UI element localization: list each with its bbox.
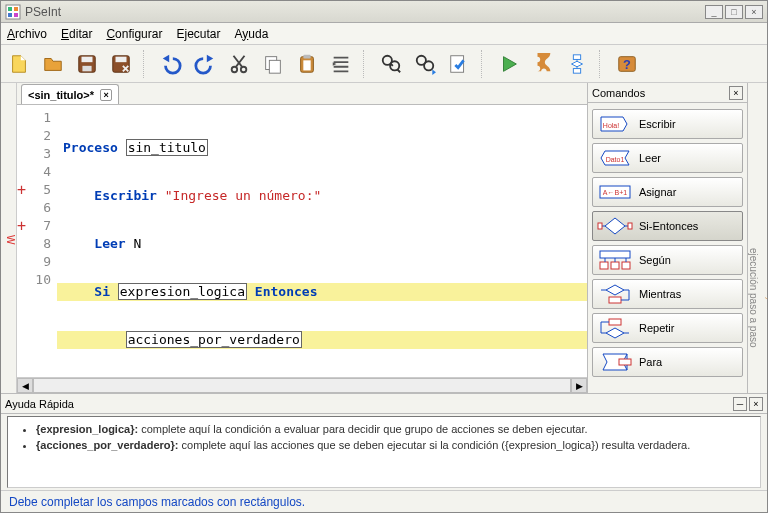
segun-icon bbox=[597, 249, 633, 271]
tab-close-button[interactable]: × bbox=[100, 89, 112, 101]
svg-rect-32 bbox=[600, 251, 630, 258]
leer-icon: Dato1 bbox=[597, 147, 633, 169]
condition-placeholder[interactable]: expresion_logica bbox=[118, 283, 247, 300]
true-actions-placeholder[interactable]: acciones_por_verdadero bbox=[126, 331, 302, 348]
horizontal-scrollbar[interactable]: ◀ ▶ bbox=[17, 377, 587, 393]
redo-button[interactable] bbox=[191, 50, 219, 78]
scroll-right-button[interactable]: ▶ bbox=[571, 378, 587, 393]
editor-tab[interactable]: <sin_titulo>* × bbox=[21, 84, 119, 104]
menu-configurar[interactable]: Configurar bbox=[106, 27, 162, 41]
asignar-icon: A←B+1 bbox=[597, 181, 633, 203]
indent-button[interactable] bbox=[327, 50, 355, 78]
svg-rect-23 bbox=[573, 68, 580, 73]
scroll-left-button[interactable]: ◀ bbox=[17, 378, 33, 393]
svg-point-20 bbox=[424, 61, 433, 70]
cmd-repetir[interactable]: Repetir bbox=[592, 313, 743, 343]
search-button[interactable] bbox=[377, 50, 405, 78]
cmd-leer[interactable]: Dato1Leer bbox=[592, 143, 743, 173]
svg-rect-13 bbox=[269, 60, 280, 73]
svg-rect-2 bbox=[14, 7, 18, 11]
maximize-button[interactable]: □ bbox=[725, 5, 743, 19]
cmd-escribir[interactable]: Hola!Escribir bbox=[592, 109, 743, 139]
svg-rect-37 bbox=[609, 319, 621, 325]
repetir-icon bbox=[597, 317, 633, 339]
step-exec-tab[interactable]: ejecución paso a paso bbox=[748, 248, 759, 348]
app-icon bbox=[5, 4, 21, 20]
step-button[interactable] bbox=[529, 50, 557, 78]
toolbar: ? bbox=[1, 45, 767, 83]
title-bar: PSeInt _ □ × bbox=[1, 1, 767, 23]
svg-rect-30 bbox=[598, 223, 602, 229]
svg-rect-34 bbox=[611, 262, 619, 269]
minimize-button[interactable]: _ bbox=[705, 5, 723, 19]
search-next-button[interactable] bbox=[411, 50, 439, 78]
para-icon bbox=[597, 351, 633, 373]
quick-help-body: {expresion_logica}: complete aquí la con… bbox=[7, 416, 761, 488]
fold-mark-icon[interactable]: + bbox=[17, 217, 26, 235]
open-file-button[interactable] bbox=[39, 50, 67, 78]
svg-rect-33 bbox=[600, 262, 608, 269]
close-window-button[interactable]: × bbox=[745, 5, 763, 19]
cut-button[interactable] bbox=[225, 50, 253, 78]
svg-point-40 bbox=[766, 298, 767, 299]
cmd-segun[interactable]: Según bbox=[592, 245, 743, 275]
svg-rect-4 bbox=[14, 13, 18, 17]
commands-panel-close[interactable]: × bbox=[729, 86, 743, 100]
run-button[interactable] bbox=[495, 50, 523, 78]
help-bullet-1: {expresion_logica}: complete aquí la con… bbox=[36, 423, 750, 435]
help-button[interactable]: ? bbox=[613, 50, 641, 78]
quick-help-title: Ayuda Rápida bbox=[5, 398, 74, 410]
cmd-asignar[interactable]: A←B+1Asignar bbox=[592, 177, 743, 207]
cmd-para[interactable]: Para bbox=[592, 347, 743, 377]
svg-rect-35 bbox=[622, 262, 630, 269]
paste-button[interactable] bbox=[293, 50, 321, 78]
app-title: PSeInt bbox=[25, 5, 61, 19]
cmd-si-entonces[interactable]: Si-Entonces bbox=[592, 211, 743, 241]
svg-rect-1 bbox=[8, 7, 12, 11]
svg-text:?: ? bbox=[623, 56, 631, 71]
si-icon bbox=[597, 215, 633, 237]
svg-rect-7 bbox=[82, 65, 91, 71]
svg-text:Dato1: Dato1 bbox=[606, 156, 625, 163]
quick-help-collapse[interactable]: ─ bbox=[733, 397, 747, 411]
menu-ayuda[interactable]: Ayuda bbox=[234, 27, 268, 41]
svg-rect-31 bbox=[628, 223, 632, 229]
status-text: Debe completar los campos marcados con r… bbox=[9, 495, 305, 509]
commands-panel: Comandos × Hola!Escribir Dato1Leer A←B+1… bbox=[587, 83, 747, 393]
escribir-icon: Hola! bbox=[597, 113, 633, 135]
cmd-mientras[interactable]: Mientras bbox=[592, 279, 743, 309]
tab-title: <sin_titulo>* bbox=[28, 89, 94, 101]
svg-rect-9 bbox=[116, 56, 127, 62]
code-editor[interactable]: 1 2 3 4 +5 6 +7 8 9 10 Proceso sin_titul… bbox=[17, 105, 587, 377]
flowchart-button[interactable] bbox=[563, 50, 591, 78]
check-syntax-button[interactable] bbox=[445, 50, 473, 78]
proc-name-placeholder[interactable]: sin_titulo bbox=[126, 139, 208, 156]
svg-text:A←B+1: A←B+1 bbox=[603, 189, 627, 196]
save-button[interactable] bbox=[73, 50, 101, 78]
svg-rect-22 bbox=[573, 54, 580, 59]
quick-help-close[interactable]: × bbox=[749, 397, 763, 411]
mientras-icon bbox=[597, 283, 633, 305]
copy-button[interactable] bbox=[259, 50, 287, 78]
svg-rect-36 bbox=[609, 297, 621, 303]
menu-archivo[interactable]: AArchivorchivo bbox=[7, 27, 47, 41]
svg-rect-3 bbox=[8, 13, 12, 17]
left-side-strip: W A2 N ¿? lista de variables operadores … bbox=[1, 83, 17, 393]
svg-rect-15 bbox=[303, 54, 310, 58]
svg-point-18 bbox=[390, 61, 399, 70]
fold-mark-icon[interactable]: + bbox=[17, 181, 26, 199]
vars-indicator: W bbox=[5, 235, 16, 244]
line-gutter: 1 2 3 4 +5 6 +7 8 9 10 bbox=[17, 105, 57, 377]
new-file-button[interactable] bbox=[5, 50, 33, 78]
svg-rect-38 bbox=[619, 359, 631, 365]
svg-text:Hola!: Hola! bbox=[603, 122, 619, 129]
scroll-track[interactable] bbox=[33, 378, 571, 393]
menu-ejecutar[interactable]: Ejecutar bbox=[176, 27, 220, 41]
save-as-button[interactable] bbox=[107, 50, 135, 78]
code-area[interactable]: Proceso sin_titulo Escribir "Ingrese un … bbox=[57, 105, 587, 377]
undo-button[interactable] bbox=[157, 50, 185, 78]
menu-editar[interactable]: Editar bbox=[61, 27, 92, 41]
quick-help-panel: Ayuda Rápida ─ × {expresion_logica}: com… bbox=[1, 393, 767, 490]
status-bar: Debe completar los campos marcados con r… bbox=[1, 490, 767, 512]
right-side-strip: ejecución paso a paso bbox=[747, 83, 767, 393]
